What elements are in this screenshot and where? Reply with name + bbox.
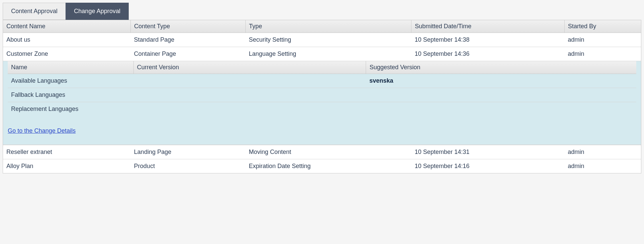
table-row[interactable]: Reseller extranet Landing Page Moving Co… [3, 145, 641, 159]
cell-content-type: Container Page [131, 47, 246, 61]
cell-content-type: Standard Page [131, 33, 246, 47]
detail-item-name: Fallback Languages [8, 88, 133, 102]
cell-type: Expiration Date Setting [245, 159, 411, 173]
table-row[interactable]: Customer Zone Container Page Language Se… [3, 47, 641, 61]
detail-item-suggested [366, 102, 636, 118]
cell-submitted: 10 September 14:16 [411, 159, 565, 173]
approval-table: Content Name Content Type Type Submitted… [3, 20, 641, 173]
header-content-name[interactable]: Content Name [3, 20, 131, 33]
change-details-link[interactable]: Go to the Change Details [8, 127, 76, 134]
detail-header-suggested: Suggested Version [366, 61, 636, 74]
cell-content-type: Product [131, 159, 246, 173]
cell-started-by: admin [564, 47, 641, 61]
header-started-by[interactable]: Started By [564, 20, 641, 33]
suggested-value: svenska [369, 77, 393, 84]
cell-started-by: admin [564, 33, 641, 47]
cell-content-type: Landing Page [131, 145, 246, 159]
detail-table: Name Current Version Suggested Version A… [8, 61, 636, 118]
detail-row: Name Current Version Suggested Version A… [3, 61, 641, 145]
cell-started-by: admin [564, 159, 641, 173]
approval-table-container: Content Name Content Type Type Submitted… [3, 20, 641, 173]
detail-item-row: Replacement Languages [8, 102, 636, 118]
tab-change-approval[interactable]: Change Approval [66, 3, 129, 20]
detail-item-suggested [366, 88, 636, 102]
detail-item-name: Available Languages [8, 74, 133, 88]
cell-type: Moving Content [245, 145, 411, 159]
cell-content-name: Alloy Plan [3, 159, 131, 173]
tab-content-approval[interactable]: Content Approval [3, 3, 66, 20]
cell-content-name: About us [3, 33, 131, 47]
detail-item-name: Replacement Languages [8, 102, 133, 118]
table-row[interactable]: About us Standard Page Security Setting … [3, 33, 641, 47]
detail-item-current [133, 102, 366, 118]
detail-item-current [133, 88, 366, 102]
cell-submitted: 10 September 14:38 [411, 33, 565, 47]
header-content-type[interactable]: Content Type [131, 20, 246, 33]
tab-bar: Content Approval Change Approval [3, 3, 641, 20]
detail-header-row: Name Current Version Suggested Version [8, 61, 636, 74]
header-type[interactable]: Type [245, 20, 411, 33]
cell-type: Security Setting [245, 33, 411, 47]
cell-submitted: 10 September 14:36 [411, 47, 565, 61]
cell-started-by: admin [564, 145, 641, 159]
table-row[interactable]: Alloy Plan Product Expiration Date Setti… [3, 159, 641, 173]
cell-submitted: 10 September 14:31 [411, 145, 565, 159]
cell-type: Language Setting [245, 47, 411, 61]
detail-item-suggested: svenska [366, 74, 636, 88]
table-header-row: Content Name Content Type Type Submitted… [3, 20, 641, 33]
header-submitted[interactable]: Submitted Date/Time [411, 20, 565, 33]
detail-item-current [133, 74, 366, 88]
detail-panel: Name Current Version Suggested Version A… [3, 61, 641, 145]
detail-item-row: Fallback Languages [8, 88, 636, 102]
cell-content-name: Reseller extranet [3, 145, 131, 159]
detail-header-name: Name [8, 61, 133, 74]
cell-content-name: Customer Zone [3, 47, 131, 61]
detail-item-row: Available Languages svenska [8, 74, 636, 88]
detail-header-current: Current Version [133, 61, 366, 74]
